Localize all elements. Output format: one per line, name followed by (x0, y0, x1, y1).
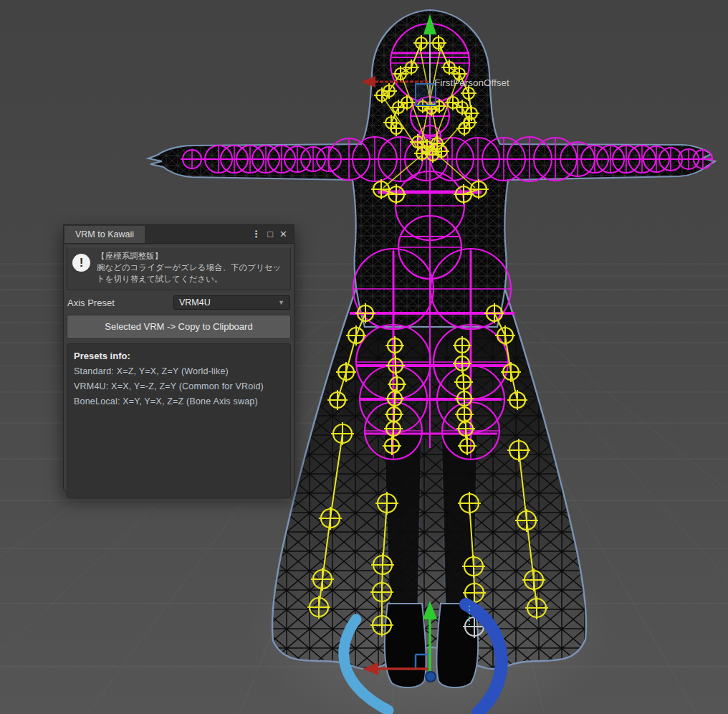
vrm-to-kawaii-window: VRM to Kawaii ⋮ □ ✕ ! 【座標系調整版】 腕などのコライダー… (63, 224, 294, 492)
axis-preset-dropdown[interactable]: VRM4U ▼ (173, 295, 290, 310)
notice-body: 腕などのコライダーがズレる場合、下のプリセットを切り替えて試してください。 (97, 262, 284, 285)
preset-info-bonelocal: BoneLocal: X=Y, Y=X, Z=Z (Bone Axis swap… (74, 396, 284, 406)
close-icon[interactable]: ✕ (279, 229, 287, 239)
preset-info-standard: Standard: X=Z, Y=X, Z=Y (World-like) (74, 366, 284, 376)
presets-info-heading: Presets info: (74, 351, 284, 361)
first-person-offset-label: FirstPersonOffset (434, 77, 509, 88)
axis-preset-value: VRM4U (179, 298, 211, 308)
chevron-down-icon: ▼ (278, 299, 284, 306)
presets-info-panel: Presets info: Standard: X=Z, Y=X, Z=Y (W… (67, 343, 291, 498)
editor-viewport[interactable]: FirstPersonOffset VRM to Kawaii ⋮ (0, 0, 728, 714)
coordinate-system-notice: ! 【座標系調整版】 腕などのコライダーがズレる場合、下のプリセットを切り替えて… (67, 247, 291, 290)
window-tab[interactable]: VRM to Kawaii (64, 226, 145, 243)
preset-info-vrm4u: VRM4U: X=X, Y=-Z, Z=Y (Common for VRoid) (74, 381, 284, 391)
gizmo-z-axis-dot (426, 672, 436, 682)
warning-icon: ! (72, 254, 90, 272)
copy-to-clipboard-button[interactable]: Selected VRM -> Copy to Clipboard (67, 315, 291, 339)
window-title: VRM to Kawaii (75, 229, 134, 239)
window-titlebar[interactable]: VRM to Kawaii ⋮ □ ✕ (64, 225, 294, 244)
notice-heading: 【座標系調整版】 (97, 251, 284, 262)
menu-icon[interactable]: ⋮ (252, 229, 261, 239)
axis-preset-label: Axis Preset (67, 298, 115, 308)
maximize-icon[interactable]: □ (267, 229, 273, 239)
